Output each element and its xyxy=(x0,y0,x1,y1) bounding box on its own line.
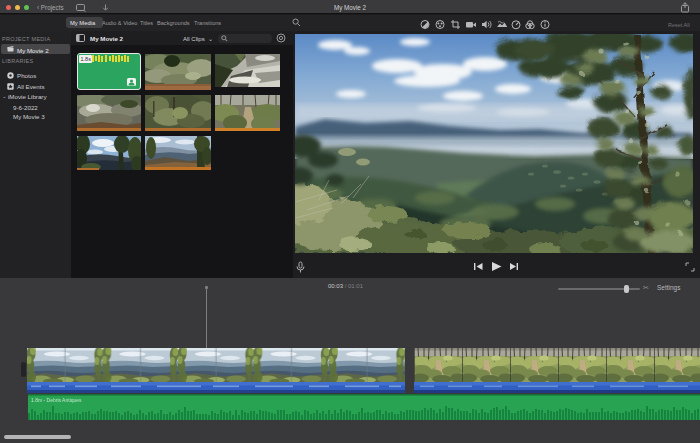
svg-text:1.8s: 1.8s xyxy=(81,56,92,62)
svg-text:1.8m - Debris Antiques: 1.8m - Debris Antiques xyxy=(31,397,82,403)
